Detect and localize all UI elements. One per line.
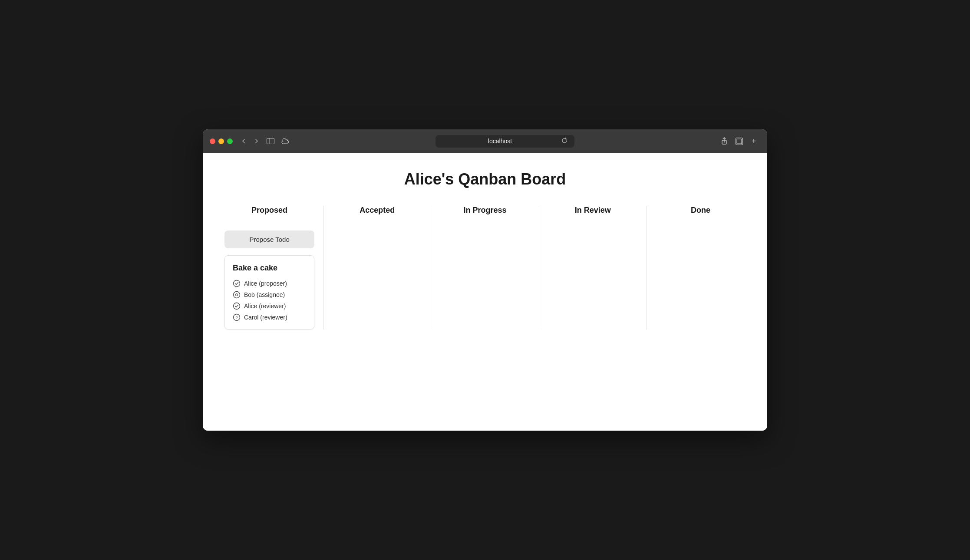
svg-rect-4	[737, 139, 742, 144]
person-row: Alice (reviewer)	[233, 302, 306, 310]
address-bar[interactable]: localhost	[436, 135, 574, 148]
person-name: Bob (assignee)	[244, 291, 285, 298]
person-name: Alice (reviewer)	[244, 303, 286, 310]
svg-point-8	[234, 303, 240, 310]
person-name: Alice (proposer)	[244, 280, 287, 287]
person-name: Carol (reviewer)	[244, 314, 287, 321]
column-header-accepted: Accepted	[332, 206, 422, 222]
column-in-review: In Review	[539, 206, 647, 329]
url-text: localhost	[442, 138, 558, 145]
column-header-proposed: Proposed	[224, 206, 314, 222]
svg-rect-0	[267, 138, 274, 144]
address-bar-wrapper: localhost	[297, 135, 713, 148]
person-row: Bob (assignee)	[233, 291, 306, 299]
svg-point-7	[236, 294, 238, 296]
pending-circle-icon	[233, 291, 241, 299]
board-columns: ProposedPropose TodoBake a cake Alice (p…	[216, 206, 754, 329]
column-in-progress: In Progress	[431, 206, 539, 329]
svg-point-6	[234, 292, 240, 298]
column-accepted: Accepted	[323, 206, 431, 329]
forward-button[interactable]	[251, 135, 262, 147]
person-row: ? Carol (reviewer)	[233, 313, 306, 321]
new-tab-button[interactable]: +	[747, 135, 760, 148]
person-row: Alice (proposer)	[233, 280, 306, 287]
browser-window: localhost	[203, 129, 767, 431]
kanban-card: Bake a cake Alice (proposer) Bob (assign…	[224, 255, 314, 329]
check-circle-icon	[233, 302, 241, 310]
column-header-done: Done	[656, 206, 746, 222]
question-circle-icon: ?	[233, 313, 241, 321]
maximize-button[interactable]	[227, 138, 233, 144]
share-button[interactable]	[718, 135, 731, 148]
browser-icons-right: +	[718, 135, 760, 148]
reload-icon[interactable]	[561, 138, 567, 145]
sidebar-button[interactable]	[264, 135, 277, 148]
board-title: Alice's Qanban Board	[216, 170, 754, 188]
browser-chrome: localhost	[203, 129, 767, 153]
browser-icons-left	[238, 135, 292, 148]
svg-text:?: ?	[235, 316, 238, 320]
card-title: Bake a cake	[233, 264, 306, 273]
traffic-lights	[210, 138, 233, 144]
column-done: Done	[647, 206, 754, 329]
browser-content: Alice's Qanban Board ProposedPropose Tod…	[203, 153, 767, 431]
tabs-button[interactable]	[732, 135, 746, 148]
column-header-in-progress: In Progress	[440, 206, 530, 222]
column-header-in-review: In Review	[548, 206, 638, 222]
cloud-button[interactable]	[279, 135, 292, 148]
card-people: Alice (proposer) Bob (assignee) Alice (r…	[233, 280, 306, 321]
propose-todo-button[interactable]: Propose Todo	[224, 231, 314, 248]
minimize-button[interactable]	[218, 138, 224, 144]
svg-point-5	[234, 280, 240, 287]
back-button[interactable]	[238, 135, 249, 147]
check-circle-icon	[233, 280, 241, 287]
column-proposed: ProposedPropose TodoBake a cake Alice (p…	[216, 206, 323, 329]
close-button[interactable]	[210, 138, 215, 144]
